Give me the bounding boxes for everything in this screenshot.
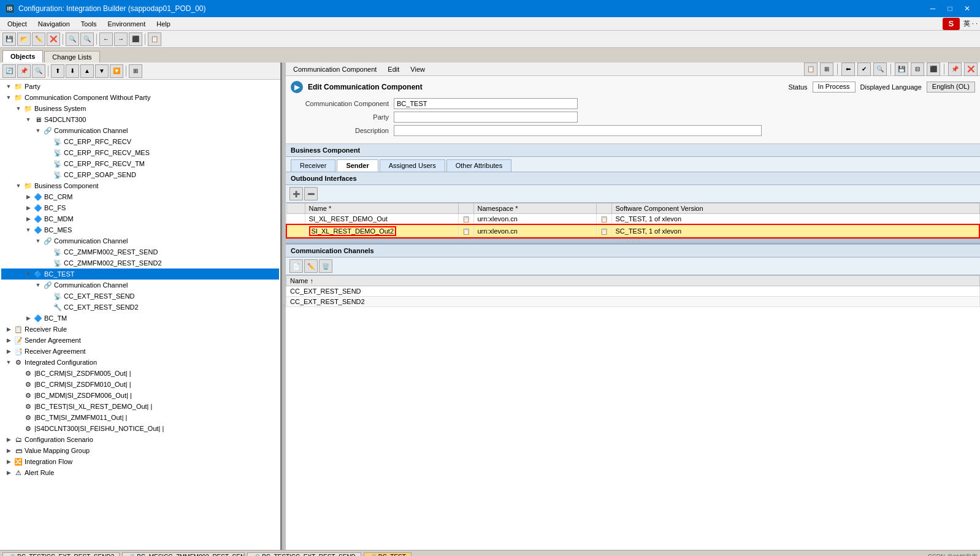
cc-del-btn[interactable]: 🗑️: [319, 259, 332, 273]
left-tool-filter[interactable]: 🔽: [110, 64, 123, 78]
right-tool-6[interactable]: 💾: [895, 63, 908, 76]
tree-item[interactable]: ▶🔷BC_CRM: [1, 191, 279, 202]
tree-item[interactable]: ▼📁Business System: [1, 103, 279, 114]
tree-toggle-icon[interactable]: ▼: [15, 182, 22, 189]
tree-toggle-icon[interactable]: ▶: [5, 447, 12, 454]
table-row[interactable]: CC_EXT_REST_SEND2: [286, 297, 980, 307]
tree-item[interactable]: ▼🔗Communication Channel: [1, 280, 279, 291]
table-row[interactable]: SI_XL_REST_DEMO_Out2 📋 urn:xlevon.cn 📋 S…: [286, 224, 979, 238]
tree-toggle-icon[interactable]: ▼: [34, 127, 42, 134]
right-tool-x[interactable]: ❌: [964, 63, 978, 76]
tree-toggle-icon[interactable]: ▼: [5, 359, 12, 366]
component-input[interactable]: [394, 98, 578, 109]
status-tab[interactable]: 🔗BC_TEST|CC_EXT_REST_SEND: [247, 552, 361, 556]
tree-toggle-icon[interactable]: ▶: [5, 326, 12, 333]
tree-item[interactable]: ▼📁Communication Component Without Party: [1, 92, 279, 103]
table-row[interactable]: CC_EXT_REST_SEND: [286, 286, 980, 297]
tree-item[interactable]: ⚙|S4DCLNT300|SI_FEISHU_NOTICE_Out| |: [1, 423, 279, 434]
menu-object[interactable]: Object: [2, 19, 32, 29]
tree-toggle-icon[interactable]: ▼: [25, 226, 32, 234]
status-tab[interactable]: 🔗BC_TEST|CC_EXT_REST_SEND2: [2, 552, 120, 556]
left-tool-7[interactable]: ▼: [95, 64, 109, 78]
tree-toggle-icon[interactable]: ▶: [5, 337, 12, 344]
tab-change-lists[interactable]: Change Lists: [44, 51, 99, 63]
tree-item[interactable]: 📡CC_ERP_RFC_RECV_TM: [1, 158, 279, 169]
right-menu-edit[interactable]: Edit: [383, 64, 404, 74]
tree-item[interactable]: ▼📁Business Component: [1, 180, 279, 191]
tree-item[interactable]: ▼📁Party: [1, 81, 279, 92]
party-input[interactable]: [394, 112, 578, 123]
tree-item[interactable]: 📡CC_EXT_REST_SEND: [1, 291, 279, 302]
tree-item[interactable]: ▼🖥S4DCLNT300: [1, 114, 279, 125]
tree-item[interactable]: ⚙|BC_MDM|SI_ZSDFM006_Out| |: [1, 390, 279, 401]
tab-objects[interactable]: Objects: [2, 50, 43, 63]
cc-edit-btn[interactable]: ✏️: [304, 259, 318, 273]
menu-environment[interactable]: Environment: [102, 19, 150, 29]
right-menu-comm-component[interactable]: Communication Component: [288, 64, 381, 74]
tree-item[interactable]: ▶🗂Configuration Scenario: [1, 434, 279, 445]
menu-help[interactable]: Help: [151, 19, 175, 29]
vertical-splitter[interactable]: · · · · ·: [286, 238, 980, 243]
tree-toggle-icon[interactable]: ▶: [25, 204, 32, 211]
tree-item[interactable]: ▼⚙Integrated Configuration: [1, 357, 279, 368]
tree-toggle-icon[interactable]: ▼: [5, 83, 12, 90]
description-input[interactable]: [394, 125, 762, 136]
tree-toggle-icon[interactable]: ▼: [25, 116, 32, 123]
tree-item[interactable]: ▶🔷BC_TM: [1, 313, 279, 324]
minimize-button[interactable]: ─: [925, 2, 941, 15]
tree-item[interactable]: ▶🔷BC_FS: [1, 202, 279, 213]
toolbar-btn-forward[interactable]: →: [114, 32, 128, 46]
right-tool-4[interactable]: ✔: [857, 63, 871, 76]
close-button[interactable]: ✕: [959, 2, 975, 15]
menu-navigation[interactable]: Navigation: [33, 19, 75, 29]
tree-toggle-icon[interactable]: ▶: [5, 458, 12, 465]
tree-item[interactable]: 📡CC_ERP_RFC_RECV_MES: [1, 147, 279, 158]
left-tool-1[interactable]: 🔄: [2, 64, 16, 78]
tree-item[interactable]: ⚙|BC_TM|SI_ZMMFM011_Out| |: [1, 412, 279, 423]
tree-toggle-icon[interactable]: ▼: [34, 237, 42, 245]
tree-item[interactable]: ▶⚠Alert Rule: [1, 467, 279, 478]
outbound-interfaces-table-wrapper[interactable]: Name * Namespace * Software Component Ve…: [286, 203, 980, 238]
menu-tools[interactable]: Tools: [76, 19, 102, 29]
status-tab[interactable]: 🔗BC_MES|CC_ZMMFM002_REST_SEND2: [122, 552, 245, 556]
tree-toggle-icon[interactable]: ▶: [25, 193, 32, 200]
right-tool-1[interactable]: 📋: [804, 63, 817, 76]
status-tab[interactable]: 🔗BC_TEST: [364, 552, 412, 556]
tree-toggle-icon[interactable]: ▶: [5, 436, 12, 443]
left-tool-6[interactable]: ▲: [80, 64, 94, 78]
toolbar-btn-5[interactable]: 🔍: [66, 32, 79, 46]
oi-add-btn[interactable]: ➕: [289, 187, 303, 200]
tab-assigned-users[interactable]: Assigned Users: [380, 159, 445, 172]
tree-item[interactable]: ▶📝Sender Agreement: [1, 335, 279, 346]
right-tool-5[interactable]: 🔍: [873, 63, 887, 76]
tree-toggle-icon[interactable]: ▶: [5, 348, 12, 355]
tree-item[interactable]: ▶🗃Value Mapping Group: [1, 445, 279, 456]
tree-item[interactable]: ⚙|BC_TEST|SI_XL_REST_DEMO_Out| |: [1, 401, 279, 412]
tree-container[interactable]: ▼📁Party▼📁Communication Component Without…: [0, 80, 280, 550]
toolbar-btn-3[interactable]: ✏️: [32, 32, 45, 46]
toolbar-btn-7[interactable]: ⬛: [129, 32, 142, 46]
displayed-language-value[interactable]: English (OL): [927, 82, 975, 93]
tab-sender[interactable]: Sender: [337, 159, 378, 172]
tab-other-attributes[interactable]: Other Attributes: [446, 159, 511, 172]
tree-item[interactable]: 📡CC_ZMMFM002_REST_SEND: [1, 246, 279, 257]
oi-del-btn[interactable]: ➖: [304, 187, 318, 200]
right-tool-2[interactable]: ⊞: [820, 63, 833, 76]
toolbar-btn-1[interactable]: 💾: [2, 32, 16, 46]
left-tool-2[interactable]: 📌: [17, 64, 31, 78]
maximize-button[interactable]: □: [942, 2, 958, 15]
tree-item[interactable]: ⚙|BC_CRM|SI_ZSDFM010_Out| |: [1, 379, 279, 390]
tree-toggle-icon[interactable]: ▶: [25, 314, 32, 322]
toolbar-btn-2[interactable]: 📂: [17, 32, 31, 46]
tree-item[interactable]: ▼🔷BC_TEST: [1, 268, 279, 280]
table-row[interactable]: SI_XL_REST_DEMO_Out 📋 urn:xlevon.cn 📋 SC…: [286, 214, 979, 225]
tree-item[interactable]: ⚙|BC_CRM|SI_ZSDFM005_Out| |: [1, 368, 279, 379]
toolbar-btn-8[interactable]: 📋: [148, 32, 161, 46]
comm-channels-table-wrapper[interactable]: Name ↑ CC_EXT_REST_SENDCC_EXT_REST_SEND2: [286, 275, 980, 550]
right-tool-8[interactable]: ⬛: [927, 63, 940, 76]
left-tool-4[interactable]: ⬆: [51, 64, 64, 78]
right-menu-view[interactable]: View: [405, 64, 430, 74]
tree-toggle-icon[interactable]: ▶: [5, 469, 12, 476]
tree-item[interactable]: ▶📑Receiver Agreement: [1, 346, 279, 357]
tree-toggle-icon[interactable]: ▼: [25, 270, 32, 278]
